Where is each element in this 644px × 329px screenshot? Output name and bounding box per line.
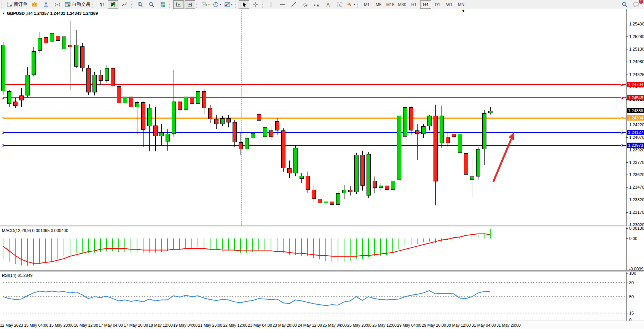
crosshair-button[interactable] <box>250 0 261 9</box>
macd-histogram-bar <box>441 238 442 242</box>
macd-histogram-bar <box>386 238 387 255</box>
annotation-arrow <box>493 132 514 182</box>
price-axis-border <box>626 9 626 321</box>
timeframe-m5-button[interactable]: M5 <box>373 0 384 9</box>
search-button[interactable] <box>619 0 630 9</box>
line-anchor-handle[interactable] <box>621 117 623 119</box>
indicator-lines-overlay <box>0 9 644 329</box>
timeframe-h4-button[interactable]: H4 <box>420 0 431 9</box>
timeframe-d1-button[interactable]: D1 <box>432 0 443 9</box>
date-tick-label: 26 May 12:00 <box>372 323 397 327</box>
news-button[interactable] <box>52 0 63 9</box>
candle <box>415 130 419 134</box>
autotrading-button[interactable]: 自动交易 <box>64 0 91 9</box>
macd-histogram-bar <box>411 238 411 245</box>
auto-scroll-button[interactable] <box>173 0 184 9</box>
line-anchor-handle[interactable] <box>621 84 623 86</box>
panel-separator[interactable] <box>0 270 644 272</box>
community-button[interactable] <box>41 0 51 9</box>
rsi-line <box>3 291 490 305</box>
horizontal-level-line[interactable] <box>3 145 626 146</box>
panel-separator[interactable] <box>0 226 644 227</box>
timeframe-m30-button[interactable]: M30 <box>397 0 408 9</box>
notifications-button[interactable]: 1 <box>631 0 641 9</box>
new-chart-button[interactable]: ▾ <box>200 0 211 9</box>
timeframe-h1-button[interactable]: H1 <box>408 0 419 9</box>
toolbar-group-handle[interactable] <box>235 2 238 8</box>
dropdown-caret-icon[interactable]: ▾ <box>231 3 233 6</box>
candle <box>226 118 231 122</box>
chart-shift-marker-icon[interactable]: ▼ <box>462 9 465 13</box>
text-button[interactable]: A <box>323 0 333 9</box>
chart-window: ▼GBPUSD-,H4 1.24357 1.24431 1.24343 1.24… <box>0 9 644 329</box>
cursor-icon <box>241 2 247 8</box>
panel-separator[interactable] <box>0 321 644 322</box>
text-label-button[interactable]: T <box>334 0 345 9</box>
toolbar-group-handle[interactable] <box>357 2 360 8</box>
chevron-down-icon[interactable]: ▼ <box>2 12 5 15</box>
date-axis[interactable]: 12 May 202315 May 04:0015 May 20:0016 Ma… <box>0 321 644 329</box>
line-anchor-handle[interactable] <box>621 132 623 134</box>
macd-histogram-bar <box>465 238 466 238</box>
horizontal-line-button[interactable] <box>277 0 288 9</box>
line-anchor-handle[interactable] <box>2 97 4 99</box>
date-tick-label: 18 May 12:00 <box>148 323 173 327</box>
line-chart-button[interactable] <box>119 0 130 9</box>
line-chart-icon <box>121 2 128 8</box>
trendline-icon <box>291 2 297 8</box>
line-anchor-handle[interactable] <box>2 145 4 146</box>
zoom-out-button[interactable] <box>146 0 157 9</box>
toolbar-group-handle[interactable] <box>92 2 95 8</box>
zoom-in-button[interactable] <box>135 0 145 9</box>
candle <box>159 132 164 136</box>
toolbar-group-handle[interactable] <box>196 2 199 8</box>
zoom-out-icon <box>148 2 155 8</box>
candle <box>263 127 267 137</box>
new-order-button[interactable]: 新订单 <box>5 0 29 9</box>
macd-histogram-bar <box>307 238 308 256</box>
toolbar-group-handle[interactable] <box>2 2 4 8</box>
indicators-button[interactable]: ▾ <box>223 0 234 9</box>
candlestick-chart-button[interactable] <box>108 0 118 9</box>
candle <box>421 126 426 134</box>
date-tick-label: 16 May 12:00 <box>74 323 98 327</box>
equidistant-channel-button[interactable]: E <box>300 0 311 9</box>
bar-chart-button[interactable] <box>96 0 107 9</box>
toolbar-group-handle[interactable] <box>131 2 134 8</box>
timeframe-m1-button[interactable]: M1 <box>361 0 372 9</box>
line-anchor-handle[interactable] <box>621 97 623 99</box>
candle <box>379 186 383 188</box>
trendline-button[interactable] <box>289 0 299 9</box>
price-tick-label: 1.25280 <box>629 34 644 39</box>
horizontal-level-line[interactable] <box>3 118 626 119</box>
dropdown-caret-icon[interactable]: ▾ <box>220 3 221 6</box>
chart-shift-button[interactable] <box>185 0 195 9</box>
toolbar-group-handle[interactable] <box>262 2 265 8</box>
date-tick-label: 17 May 04:00 <box>99 323 123 327</box>
line-anchor-handle[interactable] <box>621 145 623 146</box>
dropdown-caret-icon[interactable]: ▾ <box>354 3 355 6</box>
vertical-line-button[interactable] <box>266 0 276 9</box>
macd-histogram-bar <box>332 238 332 262</box>
macd-histogram-bar <box>9 238 10 262</box>
toolbar-group-handle[interactable] <box>169 2 172 8</box>
arrows-button[interactable]: ▾ <box>346 0 356 9</box>
mail-button[interactable] <box>29 0 40 9</box>
candle <box>13 102 18 106</box>
line-anchor-handle[interactable] <box>2 132 4 134</box>
horizontal-level-line[interactable] <box>3 97 626 98</box>
fibonacci-button[interactable]: F <box>311 0 322 9</box>
candle <box>476 149 480 176</box>
line-anchor-handle[interactable] <box>2 117 4 119</box>
candle <box>220 118 225 124</box>
profiles-button[interactable]: ▾ <box>212 0 222 9</box>
timeframe-mn-button[interactable]: MN <box>456 0 467 9</box>
cursor-button[interactable] <box>239 0 249 9</box>
horizontal-level-line[interactable] <box>3 132 626 133</box>
timeframe-m15-button[interactable]: M15 <box>385 0 396 9</box>
candle <box>397 116 401 180</box>
candle <box>178 102 182 110</box>
tile-windows-button[interactable] <box>158 0 168 9</box>
dropdown-caret-icon[interactable]: ▾ <box>208 3 210 6</box>
timeframe-w1-button[interactable]: W1 <box>444 0 455 9</box>
